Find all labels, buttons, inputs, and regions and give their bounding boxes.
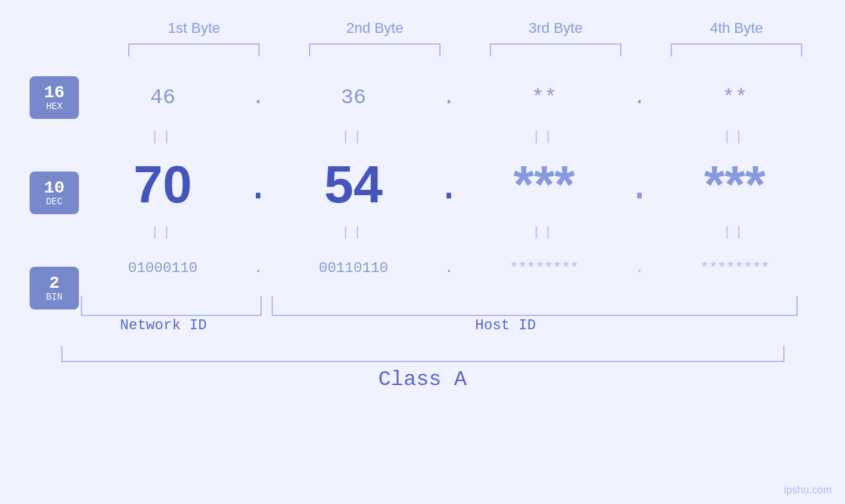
dec-byte-2-cell: 54 (272, 158, 436, 211)
class-a-section: Class A (61, 346, 785, 392)
hex-byte-3-cell: ** (462, 85, 627, 110)
dec-byte-1: 70 (133, 155, 192, 214)
bin-byte-1-cell: 01000110 (81, 260, 245, 277)
dec-badge-number: 10 (44, 179, 64, 198)
bin-badge-label: BIN (46, 292, 62, 302)
equals-row-2: || || || || (81, 221, 817, 244)
dec-dot-2: . (436, 162, 462, 208)
byte-header-4: 4th Byte (658, 20, 815, 37)
dec-byte-1-cell: 70 (81, 158, 245, 211)
equals-2-1: || (81, 225, 245, 240)
equals-1-3: || (462, 129, 627, 145)
dec-byte-4: *** (704, 155, 765, 214)
bin-badge: 2 BIN (30, 267, 79, 309)
byte-header-1: 1st Byte (115, 20, 273, 37)
hex-badge: 16 HEX (30, 76, 79, 119)
bin-values-row: 01000110 . 00110110 . ******** . *******… (81, 244, 817, 293)
top-brackets-row (104, 43, 827, 57)
values-area: 46 . 36 . ** . ** || || (81, 70, 817, 336)
hex-byte-2-cell: 36 (272, 85, 436, 110)
hex-badge-number: 16 (44, 83, 64, 103)
hex-values-row: 46 . 36 . ** . ** (81, 70, 817, 126)
byte-header-3: 3rd Byte (477, 20, 635, 37)
dec-byte-3: *** (514, 155, 575, 214)
bin-badge-number: 2 (49, 274, 60, 293)
hex-dot-3: . (627, 87, 653, 108)
class-a-label: Class A (61, 367, 785, 392)
watermark: ipshu.com (784, 484, 832, 496)
bin-byte-3-cell: ******** (462, 260, 627, 277)
bin-dot-1: . (245, 262, 272, 276)
bin-byte-3: ******** (510, 260, 579, 277)
equals-1-2: || (272, 129, 436, 145)
dec-dot-1: . (245, 162, 272, 208)
bin-byte-2: 00110110 (319, 260, 389, 277)
hex-byte-4: ** (722, 85, 747, 110)
equals-1-1: || (81, 129, 245, 145)
bin-byte-1: 01000110 (128, 260, 198, 277)
bin-dot-3: . (627, 262, 653, 276)
hex-byte-4-cell: ** (653, 85, 817, 110)
base-labels-column: 16 HEX 10 DEC 2 BIN (28, 70, 81, 309)
main-container: 1st Byte 2nd Byte 3rd Byte 4th Byte 16 H… (0, 0, 845, 504)
dec-byte-2: 54 (324, 155, 383, 214)
byte-headers-row: 1st Byte 2nd Byte 3rd Byte 4th Byte (104, 20, 827, 37)
host-bracket (272, 296, 798, 316)
bracket-byte-1 (128, 43, 260, 57)
dec-dot-3: . (627, 162, 653, 208)
bracket-byte-4 (671, 43, 802, 57)
dec-badge-label: DEC (46, 197, 62, 207)
network-bracket (81, 296, 262, 316)
network-id-label: Network ID (120, 317, 207, 334)
bin-byte-4-cell: ******** (653, 260, 817, 277)
dec-badge: 10 DEC (30, 172, 79, 214)
hex-dot-1: . (245, 87, 272, 108)
hex-byte-1-cell: 46 (81, 85, 245, 110)
equals-row-1: || || || || (81, 126, 817, 149)
hex-byte-3: ** (531, 85, 556, 110)
class-a-bracket (61, 346, 785, 362)
dec-byte-4-cell: *** (653, 158, 817, 211)
hex-badge-label: HEX (46, 102, 62, 112)
bin-dot-2: . (436, 262, 462, 276)
hex-byte-1: 46 (150, 85, 175, 110)
hex-byte-2: 36 (341, 85, 366, 110)
bin-byte-4: ******** (700, 260, 770, 277)
dec-byte-3-cell: *** (462, 158, 627, 211)
equals-1-4: || (653, 129, 817, 145)
dec-values-row: 70 . 54 . *** . *** (81, 149, 817, 221)
hex-dot-2: . (436, 87, 462, 108)
equals-2-2: || (272, 225, 436, 240)
bracket-byte-2 (309, 43, 441, 57)
bracket-byte-3 (490, 43, 621, 57)
bottom-brackets-area: Network ID Host ID (81, 296, 804, 336)
equals-2-4: || (653, 225, 817, 240)
byte-header-2: 2nd Byte (296, 20, 454, 37)
host-id-label: Host ID (475, 317, 536, 334)
equals-2-3: || (462, 225, 627, 240)
bin-byte-2-cell: 00110110 (272, 260, 436, 277)
